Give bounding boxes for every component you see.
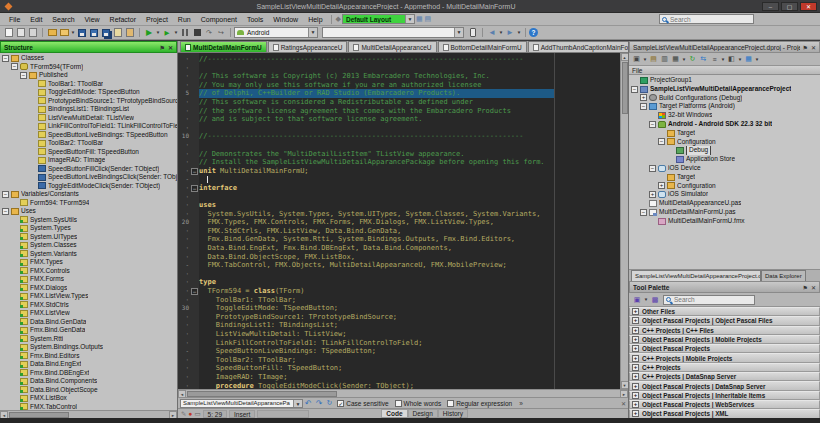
- close-icon[interactable]: ✕: [168, 44, 173, 51]
- open-project-icon[interactable]: [46, 27, 58, 38]
- code-line[interactable]: · ToolBar2: TToolBar;: [178, 356, 620, 365]
- expander-icon[interactable]: [632, 317, 639, 324]
- macro-stop-icon[interactable]: ▭: [194, 410, 200, 418]
- new-file-icon[interactable]: [3, 27, 15, 38]
- tree-item[interactable]: ToolBar1: TToolBar: [0, 80, 177, 89]
- tree-item[interactable]: MultiDetailMainFormU.pas: [629, 208, 820, 217]
- code-line[interactable]: · BindingsList1: TBindingsList;: [178, 321, 620, 330]
- tree-item[interactable]: Target: [629, 173, 820, 182]
- pin-icon[interactable]: ⚑: [803, 284, 808, 291]
- tree-item[interactable]: iOS Device: [629, 164, 820, 173]
- tree-item[interactable]: FMX.StdCtrls: [0, 301, 177, 310]
- tree-item[interactable]: MultiDetailAppearanceU.pas: [629, 199, 820, 208]
- project-manager-header[interactable]: SampleListViewMultiDetailAppearanceProje…: [629, 41, 820, 53]
- tree-item[interactable]: ListViewMultiDetail: TListView: [0, 114, 177, 123]
- tree-item[interactable]: System.Variants: [0, 250, 177, 259]
- tree-item[interactable]: SpeedButtonLiveBindingsClick(Sender: TOb…: [0, 173, 177, 182]
- close-button[interactable]: ✕: [800, 2, 817, 11]
- tree-item[interactable]: BindingsList1: TBindingsList: [0, 105, 177, 114]
- target-device-combo[interactable]: ▼: [322, 27, 464, 38]
- chevron-down-icon[interactable]: ▼: [293, 400, 302, 407]
- save-layout-icon[interactable]: ▦: [416, 15, 423, 23]
- code-line[interactable]: 10//------------------------------------…: [178, 132, 620, 141]
- dock-tab[interactable]: SampleListViewMultiDetailAppearanceProje…: [631, 270, 761, 281]
- more-options-chevron[interactable]: »: [519, 400, 523, 407]
- code-line[interactable]: - FMX.TabControl, FMX.Objects, MultiDeta…: [178, 261, 620, 270]
- find-close-icon[interactable]: ✕: [621, 400, 626, 407]
- menu-item[interactable]: Refactor: [105, 16, 141, 23]
- sort-icon[interactable]: ≡: [709, 54, 720, 65]
- fold-minus-icon[interactable]: −: [191, 288, 198, 295]
- tree-item[interactable]: Form594: TForm594: [0, 199, 177, 208]
- code-line[interactable]: ·: [178, 124, 620, 133]
- tree-item[interactable]: ToggleEditModeClick(Sender: TObject): [0, 182, 177, 191]
- code-line[interactable]: · SpeedButtonFill: TSpeedButton;: [178, 364, 620, 373]
- palette-category[interactable]: Object Pascal Projects: [629, 344, 820, 353]
- tree-item[interactable]: ImageRAD: TImage: [0, 156, 177, 165]
- dock-tab[interactable]: Data Explorer: [761, 270, 806, 281]
- editor-tab[interactable]: RatingsAppearanceU: [268, 41, 348, 52]
- code-line[interactable]: ·// Demonstrates the "MultiDetailListIte…: [178, 150, 620, 159]
- pause-icon[interactable]: [179, 27, 191, 38]
- tree-item[interactable]: FMX.TabControl: [0, 403, 177, 411]
- step-over-icon[interactable]: ↷: [203, 27, 215, 38]
- menu-item[interactable]: View: [80, 16, 105, 23]
- code-line[interactable]: · procedure ToggleEditModeClick(Sender: …: [178, 382, 620, 389]
- tree-item[interactable]: Published: [0, 71, 177, 80]
- editor-tab[interactable]: MultiDetailAppearanceU: [348, 41, 436, 52]
- editor-tab[interactable]: MultiDetailMainFormU: [180, 41, 267, 52]
- find-combo[interactable]: SampleListViewMultiDetailApparancePa ▼: [180, 399, 303, 408]
- tree-item[interactable]: PrototypeBindSource1: TPrototypeBindSour…: [0, 97, 177, 106]
- close-icon[interactable]: ✕: [811, 284, 816, 291]
- sync-editor-icon[interactable]: ⇆: [698, 54, 709, 65]
- tree-item[interactable]: FMX.ListView.Types: [0, 292, 177, 301]
- scroll-thumb[interactable]: [9, 412, 69, 418]
- chevron-down-icon[interactable]: ▼: [308, 28, 317, 37]
- navigate-back-icon[interactable]: ◄: [486, 27, 498, 38]
- tree-item[interactable]: Fmx.Bind.DBEngExt: [0, 369, 177, 378]
- expander-icon[interactable]: [632, 327, 639, 334]
- code-line[interactable]: · ToolBar1: TToolBar;: [178, 296, 620, 305]
- menu-item[interactable]: Help: [303, 16, 327, 23]
- pin-icon[interactable]: ⚑: [803, 44, 808, 51]
- tree-item[interactable]: TForm594(TForm): [0, 63, 177, 72]
- code-line[interactable]: · LinkFillControlToField1: TLinkFillCont…: [178, 339, 620, 348]
- maximize-button[interactable]: ▢: [781, 2, 798, 11]
- macro-record-icon[interactable]: ●: [188, 410, 192, 417]
- palette-options-icon[interactable]: ▣: [631, 294, 643, 305]
- checkbox-icon[interactable]: [447, 400, 454, 407]
- menu-item[interactable]: Edit: [25, 16, 47, 23]
- expander-icon[interactable]: [2, 191, 9, 198]
- code-line[interactable]: · Data.Bind.ObjectScope, FMX.ListBox,: [178, 253, 620, 262]
- help-icon[interactable]: ?: [529, 28, 538, 37]
- structure-hscrollbar[interactable]: ◄ ►: [0, 410, 177, 418]
- find-previous-icon[interactable]: ↶: [305, 399, 312, 408]
- expander-icon[interactable]: [632, 336, 639, 343]
- code-line[interactable]: ·// This software is considered a Redist…: [178, 98, 620, 107]
- tree-item[interactable]: FMX.Types: [0, 258, 177, 267]
- target-platform-combo[interactable]: Android ▼: [234, 27, 318, 38]
- tree-item[interactable]: 32-bit Windows: [629, 111, 820, 120]
- expander-icon[interactable]: [632, 364, 639, 371]
- tree-item[interactable]: SpeedButtonLiveBindings: TSpeedButton: [0, 131, 177, 140]
- tree-item[interactable]: Target Platforms (Android): [629, 102, 820, 111]
- tree-item[interactable]: LinkFillControlToField1: TLinkFillContro…: [0, 122, 177, 131]
- menu-item[interactable]: File: [4, 16, 25, 23]
- menu-item[interactable]: Tools: [242, 16, 268, 23]
- view-tab[interactable]: History: [438, 409, 468, 418]
- close-file-icon[interactable]: [112, 27, 124, 38]
- palette-category[interactable]: C++ Projects | DataSnap Server: [629, 372, 820, 381]
- code-line[interactable]: ·// You may only use this software if yo…: [178, 81, 620, 90]
- expander-icon[interactable]: [632, 345, 639, 352]
- palette-category[interactable]: Object Pascal Projects | XML: [629, 409, 820, 418]
- tree-item[interactable]: FMX.Dialogs: [0, 284, 177, 293]
- tree-item[interactable]: MultiDetailMainFormU.fmx: [629, 217, 820, 226]
- delete-layout-icon[interactable]: ▤: [425, 15, 432, 23]
- tree-item[interactable]: Classes: [0, 54, 177, 63]
- tree-item[interactable]: Build Configurations (Debug): [629, 94, 820, 103]
- expander-icon[interactable]: [2, 208, 9, 215]
- tool-palette-header[interactable]: Tool Palette ⚑ ✕: [629, 281, 820, 293]
- editor-hscrollbar[interactable]: ◄ ►: [178, 389, 628, 397]
- expander-icon[interactable]: [632, 308, 639, 315]
- expander-icon[interactable]: [631, 86, 638, 93]
